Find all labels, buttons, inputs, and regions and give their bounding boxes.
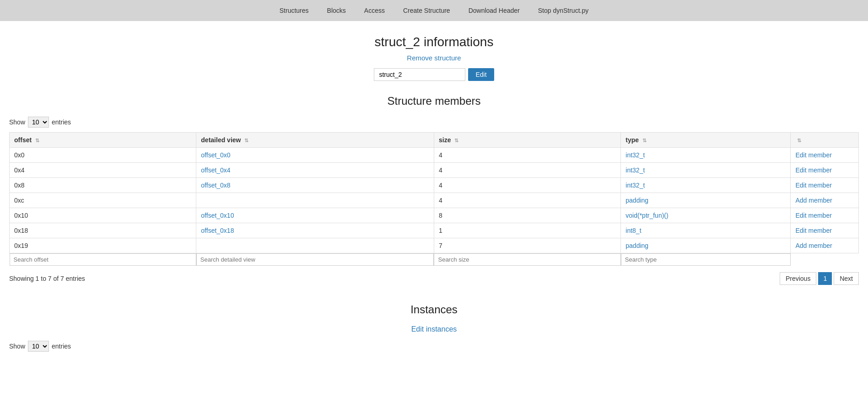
table-row: 0x0offset_0x04int32_tEdit member — [10, 148, 859, 163]
edit-member-link[interactable]: Edit member — [795, 212, 831, 219]
sort-icon-offset: ⇅ — [35, 138, 39, 144]
cell-detail[interactable]: offset_0x4 — [196, 163, 434, 178]
add-member-link[interactable]: Add member — [795, 242, 832, 249]
cell-action[interactable]: Edit member — [791, 223, 859, 238]
cell-action[interactable]: Edit member — [791, 178, 859, 193]
cell-action[interactable]: Edit member — [791, 208, 859, 223]
cell-detail[interactable]: offset_0x18 — [196, 223, 434, 238]
instances-show-entries-row: Show 10 25 50 entries — [9, 341, 859, 352]
cell-detail[interactable]: offset_0x8 — [196, 178, 434, 193]
cell-type: int32_t — [621, 148, 791, 163]
edit-member-link[interactable]: Edit member — [795, 227, 831, 234]
cell-offset: 0x8 — [10, 178, 196, 193]
cell-action[interactable]: Add member — [791, 238, 859, 253]
page-1-button[interactable]: 1 — [818, 272, 832, 285]
nav-create-structure[interactable]: Create Structure — [403, 7, 450, 14]
detail-link[interactable]: offset_0x10 — [201, 212, 234, 219]
type-value: padding — [625, 197, 648, 204]
table-header-row: offset ⇅ detailed view ⇅ size ⇅ type ⇅ — [10, 133, 859, 148]
nav-download-header[interactable]: Download Header — [469, 7, 520, 14]
nav-stop-dynstruct[interactable]: Stop dynStruct.py — [538, 7, 589, 14]
pagination-controls: Previous 1 Next — [780, 272, 859, 285]
search-detail-input[interactable] — [196, 253, 434, 266]
sort-icon-size: ⇅ — [454, 138, 458, 144]
cell-type: int32_t — [621, 178, 791, 193]
cell-type: void(*ptr_fun)() — [621, 208, 791, 223]
detail-link[interactable]: offset_0x4 — [201, 166, 230, 174]
detail-link[interactable]: offset_0x8 — [201, 182, 230, 189]
cell-offset: 0x4 — [10, 163, 196, 178]
detail-link[interactable]: offset_0x0 — [201, 151, 230, 159]
cell-offset: 0xc — [10, 193, 196, 208]
edit-member-link[interactable]: Edit member — [795, 182, 831, 189]
cell-detail — [196, 193, 434, 208]
edit-instances-link[interactable]: Edit instances — [9, 325, 859, 333]
search-row — [10, 253, 859, 266]
search-offset-input[interactable] — [10, 253, 196, 266]
cell-size: 4 — [434, 178, 620, 193]
search-size-cell — [434, 253, 620, 266]
struct-name-input[interactable] — [374, 68, 465, 81]
edit-struct-button[interactable]: Edit — [468, 68, 494, 81]
next-button[interactable]: Next — [834, 272, 859, 285]
table-row: 0x8offset_0x84int32_tEdit member — [10, 178, 859, 193]
edit-struct-row: Edit — [9, 68, 859, 81]
edit-member-link[interactable]: Edit member — [795, 151, 831, 159]
sort-icon-action: ⇅ — [797, 138, 801, 144]
show-entries-row: Show 10 25 50 entries — [9, 117, 859, 128]
instances-section: Instances Edit instances Show 10 25 50 e… — [9, 303, 859, 352]
cell-detail[interactable]: offset_0x10 — [196, 208, 434, 223]
nav-access[interactable]: Access — [364, 7, 385, 14]
col-header-size[interactable]: size ⇅ — [434, 133, 620, 148]
type-value: int32_t — [625, 151, 645, 159]
cell-action[interactable]: Add member — [791, 193, 859, 208]
type-value: int32_t — [625, 182, 645, 189]
search-size-input[interactable] — [434, 253, 620, 266]
instances-entries-label: entries — [52, 343, 71, 350]
cell-action[interactable]: Edit member — [791, 148, 859, 163]
cell-size: 7 — [434, 238, 620, 253]
remove-structure-link[interactable]: Remove structure — [9, 54, 859, 62]
cell-detail — [196, 238, 434, 253]
col-header-detail[interactable]: detailed view ⇅ — [196, 133, 434, 148]
entries-select[interactable]: 10 25 50 — [28, 117, 49, 128]
table-row: 0x18offset_0x181int8_tEdit member — [10, 223, 859, 238]
type-value: void(*ptr_fun)() — [625, 212, 668, 219]
edit-member-link[interactable]: Edit member — [795, 166, 831, 174]
table-row: 0x197paddingAdd member — [10, 238, 859, 253]
col-header-type[interactable]: type ⇅ — [621, 133, 791, 148]
cell-action[interactable]: Edit member — [791, 163, 859, 178]
cell-type: padding — [621, 238, 791, 253]
cell-detail[interactable]: offset_0x0 — [196, 148, 434, 163]
structure-members-title: Structure members — [9, 95, 859, 107]
cell-offset: 0x10 — [10, 208, 196, 223]
instances-entries-select[interactable]: 10 25 50 — [28, 341, 49, 352]
showing-text: Showing 1 to 7 of 7 entries — [9, 275, 85, 282]
nav-structures[interactable]: Structures — [280, 7, 309, 14]
search-type-input[interactable] — [621, 253, 791, 266]
table-row: 0xc4paddingAdd member — [10, 193, 859, 208]
nav-blocks[interactable]: Blocks — [327, 7, 346, 14]
detail-link[interactable]: offset_0x18 — [201, 227, 234, 234]
cell-type: padding — [621, 193, 791, 208]
cell-size: 1 — [434, 223, 620, 238]
cell-type: int8_t — [621, 223, 791, 238]
search-action-cell — [791, 253, 859, 266]
cell-size: 4 — [434, 193, 620, 208]
nav-bar: Structures Blocks Access Create Structur… — [0, 0, 868, 21]
search-detail-cell — [196, 253, 434, 266]
cell-offset: 0x0 — [10, 148, 196, 163]
search-offset-cell — [10, 253, 196, 266]
add-member-link[interactable]: Add member — [795, 197, 832, 204]
col-header-offset[interactable]: offset ⇅ — [10, 133, 196, 148]
sort-icon-detail: ⇅ — [244, 138, 248, 144]
search-type-cell — [621, 253, 791, 266]
previous-button[interactable]: Previous — [780, 272, 816, 285]
cell-offset: 0x19 — [10, 238, 196, 253]
instances-show-label: Show — [9, 343, 25, 350]
type-value: padding — [625, 242, 648, 249]
cell-offset: 0x18 — [10, 223, 196, 238]
entries-label: entries — [52, 118, 71, 126]
cell-type: int32_t — [621, 163, 791, 178]
page-title: struct_2 informations — [9, 35, 859, 49]
